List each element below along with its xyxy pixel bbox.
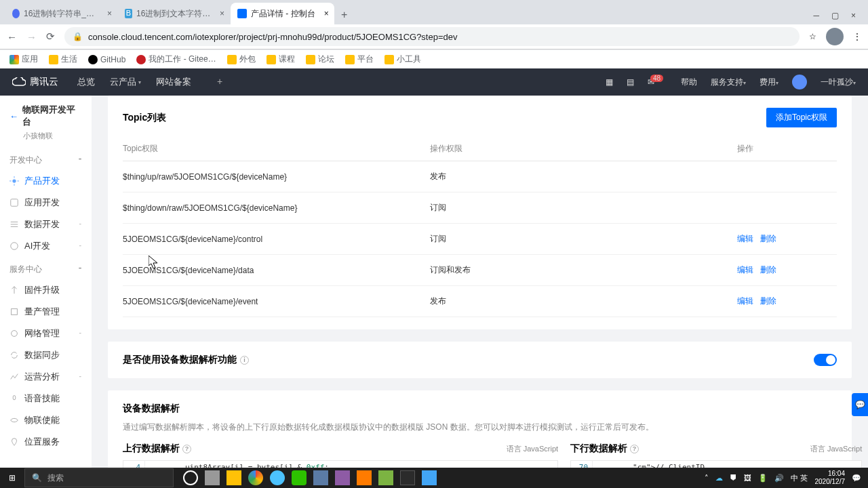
browser-tab[interactable]: 产品详情 - 控制台 ×	[231, 3, 334, 24]
nav-support[interactable]: 服务支持	[711, 77, 746, 88]
forward-icon[interactable]: →	[26, 31, 37, 43]
taskview-icon[interactable]	[202, 468, 222, 488]
bookmark-item[interactable]: GitHub	[88, 55, 125, 64]
tray-ime[interactable]: 中 英	[791, 473, 808, 483]
user-avatar[interactable]	[792, 75, 807, 89]
sidebar-item-voice[interactable]: 语音技能	[0, 388, 92, 409]
tray-icon[interactable]: 🖼	[744, 474, 751, 482]
nav-cost[interactable]: 费用	[760, 77, 778, 88]
main-content: Topic列表 添加Topic权限 Topic权限 操作权限 操作 $thing…	[92, 96, 868, 487]
edit-link[interactable]: 编辑	[737, 234, 753, 243]
info-icon[interactable]: ?	[630, 445, 639, 453]
sidebar-item-ops[interactable]: 运营分析⁃	[0, 366, 92, 388]
edit-link[interactable]: 编辑	[737, 265, 753, 274]
app-icon[interactable]	[354, 468, 374, 488]
bookmark-item[interactable]: 小工具	[384, 54, 421, 65]
info-icon[interactable]: ?	[182, 445, 191, 453]
cortana-icon[interactable]	[180, 468, 201, 488]
chat-button[interactable]: 💬	[852, 393, 868, 416]
sidebar-title[interactable]: ← 物联网开发平台	[0, 104, 92, 128]
mail-icon[interactable]: ✉48	[648, 77, 667, 87]
sidebar-item-mass[interactable]: 量产管理	[0, 301, 92, 323]
back-icon[interactable]: ←	[9, 111, 18, 121]
sidebar-item-product-dev[interactable]: 产品开发	[0, 170, 92, 192]
nav-user[interactable]: 一叶孤沙	[821, 77, 856, 88]
close-window-icon[interactable]: ×	[851, 11, 856, 20]
sidebar-item-enable[interactable]: 物联使能	[0, 409, 92, 431]
profile-avatar[interactable]	[826, 28, 844, 45]
bookmark-item[interactable]: 课程	[267, 54, 295, 65]
star-icon[interactable]: ☆	[809, 32, 816, 41]
close-icon[interactable]: ×	[324, 9, 329, 18]
notifications-icon[interactable]: 💬	[852, 474, 861, 483]
delete-link[interactable]: 删除	[760, 265, 776, 274]
back-icon[interactable]: ←	[7, 31, 17, 43]
taskbar-search[interactable]: 🔍 搜索	[24, 468, 174, 487]
chrome-icon[interactable]	[245, 468, 266, 488]
bookmark-item[interactable]: 平台	[345, 54, 374, 65]
nav-products[interactable]: 云产品	[110, 76, 141, 88]
start-button[interactable]: ⊞	[0, 473, 24, 483]
explorer-icon[interactable]	[224, 468, 244, 488]
app-icon[interactable]	[419, 468, 439, 488]
sidebar-item-location[interactable]: 位置服务	[0, 431, 92, 453]
table-row: 5JOEOMS1CG/${deviceName}/data订阅和发布编辑删除	[123, 255, 837, 286]
tray-clock[interactable]: 16:04 2020/12/7	[815, 470, 846, 486]
sidebar-item-firmware[interactable]: 固件升级	[0, 279, 92, 301]
doc-icon[interactable]: ▤	[627, 77, 634, 87]
nav-beian[interactable]: 网站备案	[156, 76, 191, 88]
svg-point-2	[11, 243, 18, 250]
code-lang: 语言 JavaScript	[810, 444, 862, 454]
bookmark-item[interactable]: 论坛	[306, 54, 334, 65]
app-icon[interactable]	[332, 468, 353, 488]
nav-overview[interactable]: 总览	[77, 76, 95, 88]
info-icon[interactable]: i	[240, 356, 249, 365]
tray-up-icon[interactable]: ˄	[705, 474, 709, 483]
app-icon[interactable]	[376, 468, 396, 488]
app-icon[interactable]	[311, 468, 331, 488]
tray-icon[interactable]: ☁	[715, 474, 723, 483]
tab-title: 产品详情 - 控制台	[251, 8, 315, 20]
lock-icon: 🔒	[73, 32, 83, 41]
sidebar-item-app-dev[interactable]: 应用开发	[0, 192, 92, 214]
tray-icon[interactable]: ⛊	[730, 474, 737, 482]
svg-rect-3	[12, 309, 18, 315]
address-bar[interactable]: 🔒 console.cloud.tencent.com/iotexplorer/…	[64, 27, 800, 46]
cloud-navbar: 腾讯云 总览 云产品 网站备案 + ▦ ▤ ✉48 帮助 服务支持 费用 一叶孤…	[0, 68, 868, 96]
delete-link[interactable]: 删除	[760, 234, 776, 243]
minimize-icon[interactable]: ─	[813, 11, 819, 20]
reload-icon[interactable]: ⟳	[46, 30, 55, 43]
tray-icon[interactable]: 🔋	[758, 474, 768, 483]
toolbox-icon[interactable]: ▦	[606, 77, 613, 87]
sidebar-item-network[interactable]: 网络管理⁃	[0, 323, 92, 344]
apps-button[interactable]: 应用	[9, 54, 38, 65]
menu-icon[interactable]: ⋮	[853, 32, 861, 41]
nav-add-icon[interactable]: +	[217, 76, 222, 88]
new-tab-button[interactable]: +	[335, 5, 354, 24]
bookmark-item[interactable]: 我的工作 - Gitee…	[136, 54, 216, 65]
bookmark-item[interactable]: 外包	[227, 54, 256, 65]
browser-tab[interactable]: B 16进制到文本字符串的转换，16… ×	[118, 3, 230, 24]
nav-help[interactable]: 帮助	[681, 77, 697, 88]
close-icon[interactable]: ×	[107, 9, 112, 18]
close-icon[interactable]: ×	[220, 9, 224, 18]
code-lang: 语言 JavaScript	[507, 444, 558, 454]
browser-tab[interactable]: 16进制转字符串_百度搜索 ×	[5, 3, 117, 24]
sidebar-item-sync[interactable]: 数据同步	[0, 344, 92, 366]
sidebar-section: 开发中心⁃	[0, 148, 92, 170]
tray-icon[interactable]: 🔊	[774, 474, 784, 483]
delete-link[interactable]: 删除	[760, 296, 776, 306]
url-text: console.cloud.tencent.com/iotexplorer/pr…	[88, 32, 457, 42]
app-icon[interactable]	[267, 468, 288, 488]
tabs-row: 16进制转字符串_百度搜索 × B 16进制到文本字符串的转换，16… × 产品…	[0, 0, 868, 24]
edit-link[interactable]: 编辑	[737, 296, 753, 306]
bookmark-item[interactable]: 生活	[49, 54, 77, 65]
sidebar-item-ai-dev[interactable]: AI开发⁃	[0, 235, 92, 257]
parse-toggle-switch[interactable]	[814, 354, 837, 366]
wechat-icon[interactable]	[289, 468, 309, 488]
brand-logo[interactable]: 腾讯云	[12, 76, 58, 88]
app-icon[interactable]	[397, 468, 418, 488]
add-topic-button[interactable]: 添加Topic权限	[766, 108, 837, 127]
maximize-icon[interactable]: ▢	[831, 11, 839, 20]
sidebar-item-data-dev[interactable]: 数据开发⁃	[0, 214, 92, 235]
